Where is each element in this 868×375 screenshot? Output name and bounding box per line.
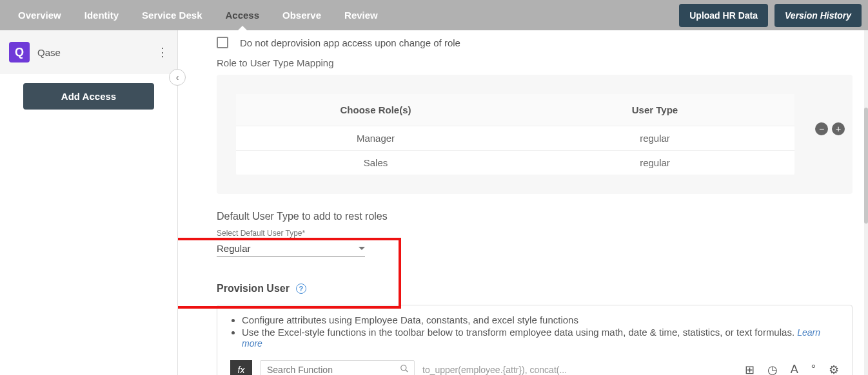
chevron-down-icon xyxy=(359,247,365,250)
text-icon[interactable]: A xyxy=(791,363,798,375)
mapping-header: Choose Role(s) User Type xyxy=(236,94,794,126)
cell-role[interactable]: Sales xyxy=(236,151,515,175)
default-usertype-title: Default User Type to add to rest roles xyxy=(217,211,853,222)
formula-hint: to_upper(employee.{attr}), concat(... xyxy=(422,365,737,375)
function-search[interactable] xyxy=(260,360,415,375)
col-header-roles: Choose Role(s) xyxy=(236,94,515,126)
upload-hr-data-button[interactable]: Upload HR Data xyxy=(679,4,768,27)
tab-identity[interactable]: Identity xyxy=(73,0,130,30)
sidebar-app-card[interactable]: Q Qase ⋮ xyxy=(0,30,177,74)
formula-toolbar: fx to_upper(employee.{attr}), concat(...… xyxy=(230,360,839,375)
function-search-input[interactable] xyxy=(267,365,395,375)
table-row: Sales regular xyxy=(236,151,794,175)
default-usertype-section: Default User Type to add to rest roles S… xyxy=(217,211,853,257)
mapping-section-label: Role to User Type Mapping xyxy=(217,57,853,68)
provision-bullets: Configure attributes using Employee Data… xyxy=(230,314,839,349)
default-usertype-field-label: Select Default User Type* xyxy=(217,229,853,238)
minus-icon: − xyxy=(819,124,824,133)
cell-usertype[interactable]: regular xyxy=(515,126,794,150)
tab-list: Overview Identity Service Desk Access Ob… xyxy=(6,0,390,30)
tab-access[interactable]: Access xyxy=(213,0,271,30)
add-access-button[interactable]: Add Access xyxy=(23,83,154,110)
mapping-table: Choose Role(s) User Type Manager regular… xyxy=(236,94,794,175)
tab-service-desk[interactable]: Service Desk xyxy=(130,0,213,30)
deprovision-checkbox[interactable] xyxy=(217,37,228,48)
scrollbar[interactable] xyxy=(864,30,868,375)
tab-observe[interactable]: Observe xyxy=(271,0,333,30)
row-controls: − + xyxy=(815,122,845,135)
app-name: Qase xyxy=(37,47,61,58)
svg-point-0 xyxy=(401,365,406,370)
app-icon: Q xyxy=(9,42,30,63)
provision-bullet: Configure attributes using Employee Data… xyxy=(242,314,839,325)
mapping-panel: Choose Role(s) User Type Manager regular… xyxy=(217,75,853,194)
table-row: Manager regular xyxy=(236,126,794,151)
deprovision-checkbox-row: Do not deprovision app access upon chang… xyxy=(217,37,853,48)
deprovision-checkbox-label: Do not deprovision app access upon chang… xyxy=(240,37,460,48)
provision-user-title: Provision User ? xyxy=(217,283,853,294)
cell-role[interactable]: Manager xyxy=(236,126,515,150)
plus-icon: + xyxy=(836,124,841,133)
tab-overview[interactable]: Overview xyxy=(6,0,73,30)
search-icon xyxy=(400,364,409,375)
default-usertype-value: Regular xyxy=(217,243,359,254)
provision-bullet: Use the Excel-style functions in the too… xyxy=(242,327,839,349)
gear-icon[interactable]: ⚙ xyxy=(829,363,839,375)
cell-usertype[interactable]: regular xyxy=(515,151,794,175)
clock-icon[interactable]: ◷ xyxy=(767,363,778,375)
sidebar: Q Qase ⋮ Add Access ‹ xyxy=(0,30,178,375)
kebab-icon[interactable]: ⋮ xyxy=(157,46,168,58)
add-row-button[interactable]: + xyxy=(832,122,845,135)
scrollbar-thumb[interactable] xyxy=(864,108,868,224)
provision-panel: Configure attributes using Employee Data… xyxy=(217,305,853,375)
help-icon[interactable]: ? xyxy=(296,284,306,294)
provision-bullet-text: Use the Excel-style functions in the too… xyxy=(242,327,794,338)
fx-button[interactable]: fx xyxy=(230,360,252,375)
person-icon[interactable]: ° xyxy=(811,363,816,375)
top-nav: Overview Identity Service Desk Access Ob… xyxy=(0,0,868,30)
svg-line-1 xyxy=(406,370,408,372)
provision-user-title-text: Provision User xyxy=(217,283,290,294)
main-content: Do not deprovision app access upon chang… xyxy=(178,30,868,375)
tool-icons: ⊞ ◷ A ° ⚙ xyxy=(745,363,839,375)
remove-row-button[interactable]: − xyxy=(815,122,828,135)
col-header-usertype: User Type xyxy=(515,94,794,126)
math-icon[interactable]: ⊞ xyxy=(745,363,755,375)
version-history-button[interactable]: Version History xyxy=(774,4,862,27)
tab-review[interactable]: Review xyxy=(333,0,390,30)
default-usertype-select[interactable]: Regular xyxy=(217,240,365,257)
